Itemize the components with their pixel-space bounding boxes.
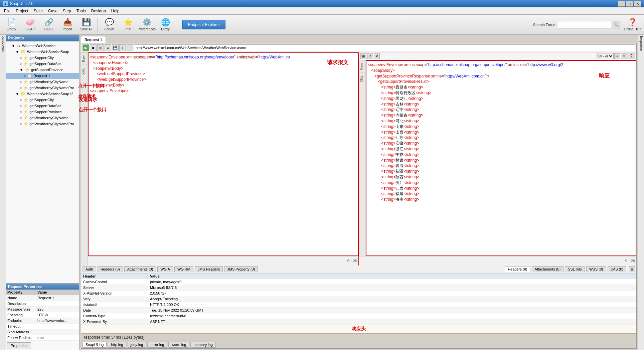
wsrm-log-tab[interactable]: wsrm log	[168, 342, 189, 348]
close-resp-btn[interactable]: ✕	[374, 53, 380, 59]
tree-folder-icon: 📁	[21, 49, 26, 54]
search-submit-button[interactable]: 🔍	[613, 21, 620, 28]
import-button[interactable]: 📥 Import	[59, 16, 76, 33]
send-request-button[interactable]: ▶	[83, 44, 89, 51]
tree-item-citynamepro[interactable]: ○ ⚡ getWeatherbyCityNamePro	[6, 85, 79, 91]
inspector-label[interactable]: Inspector	[639, 36, 643, 51]
tree-expand-icon: ▼	[15, 49, 19, 54]
jms-headers-tab[interactable]: JMS Headers	[195, 266, 223, 272]
resp-tab-btn[interactable]: ⊞	[629, 266, 635, 272]
soap-button[interactable]: 🧼 SOAP	[21, 16, 39, 33]
tree-item-request1[interactable]: ○ 📋 Request 1	[6, 73, 79, 79]
headers-table: Header Value Cache-Control private, max-…	[81, 273, 636, 333]
navigator-label[interactable]: Navigator	[1, 36, 5, 52]
prop-val-name[interactable]: Request 1	[36, 295, 79, 301]
jms-property-tab[interactable]: JMS Property (0)	[224, 266, 258, 272]
prop-val-bindaddr[interactable]	[36, 329, 79, 335]
window-controls[interactable]: ─ □ ✕	[618, 1, 641, 7]
attachments-tab[interactable]: Attachments (0)	[124, 266, 156, 272]
tree-item-soap1[interactable]: ▼ 📁 WeatherWebServiceSoap	[6, 49, 79, 55]
menu-step[interactable]: Step	[60, 7, 74, 14]
popup-resp-btn[interactable]: ↗	[367, 53, 373, 59]
add-resp-btn[interactable]: +	[614, 53, 620, 59]
resp-jms-tab[interactable]: JMS (0)	[608, 266, 627, 272]
prop-val-endpoint[interactable]: http://www.webx...	[36, 318, 79, 323]
raw-tab[interactable]: Raw	[81, 52, 88, 65]
memory-log-tab[interactable]: memory log	[190, 342, 215, 348]
options-button[interactable]: ≡	[105, 44, 111, 51]
forum-button[interactable]: 💬 Forum	[101, 16, 118, 33]
empty-button[interactable]: 📄 Empty	[3, 16, 20, 33]
jetty-log-tab[interactable]: jetty log	[128, 342, 146, 348]
add-button[interactable]: +	[119, 44, 126, 51]
menu-tools[interactable]: Tools	[74, 7, 89, 14]
error-log-tab[interactable]: error log	[147, 342, 167, 348]
http-log-tab[interactable]: http log	[108, 342, 126, 348]
menu-project[interactable]: Project	[13, 7, 31, 14]
tree-item-province[interactable]: ▼ ⚡ getSupportProvince	[6, 67, 79, 73]
endpoint-explorer-button[interactable]: Endpoint Explorer	[182, 20, 225, 29]
tree-item-cityname2[interactable]: ○ ⚡ getWeatherbyCityName	[6, 115, 79, 121]
request-tab[interactable]: Request 1	[81, 36, 106, 43]
prop-key-endpoint: Endpoint	[6, 318, 36, 323]
menu-file[interactable]: File	[1, 7, 13, 14]
resp-help-btn[interactable]: ?	[628, 53, 635, 59]
request-xml-editor[interactable]: <soapenv:Envelope xmlns:soapenv="http://…	[88, 52, 358, 256]
tree-func-icon: ⚡	[23, 98, 28, 102]
auth-tab[interactable]: Auth	[83, 266, 96, 272]
close-button[interactable]: ✕	[634, 1, 641, 7]
encoding-select[interactable]: UTF-8	[597, 53, 614, 59]
headers-tab[interactable]: Headers (0)	[98, 266, 123, 272]
prop-val-encoding[interactable]: UTF-8	[36, 312, 79, 318]
prop-val-followredir[interactable]: true	[36, 335, 79, 340]
prop-key-username: Username	[6, 341, 36, 341]
proxy-button[interactable]: 🌐 Proxy	[157, 16, 174, 33]
more-button[interactable]: ⋮	[127, 44, 133, 51]
tree-item-citynamepro2[interactable]: ○ ⚡ getWeatherbyCityNamePro	[6, 121, 79, 127]
menu-help[interactable]: Help	[109, 7, 122, 14]
search-input[interactable]	[558, 21, 611, 28]
resp-wss-tab[interactable]: WSS (0)	[586, 266, 606, 272]
soapui-log-tab[interactable]: SoapUI log	[83, 342, 107, 348]
tree-item-province2[interactable]: ○ ⚡ getSupportProvince	[6, 109, 79, 115]
xml-tab[interactable]: XML	[81, 65, 88, 77]
preferences-button[interactable]: ⚙️ Preferences	[138, 16, 155, 33]
resp-attachments-tab[interactable]: Attachments (0)	[532, 266, 564, 272]
menu-desktop[interactable]: Desktop	[89, 7, 109, 14]
prop-val-username[interactable]	[36, 341, 79, 341]
online-help-icon: ❓	[628, 18, 637, 27]
rest-button[interactable]: 🔗 REST	[40, 16, 57, 33]
forum-label: Forum	[105, 27, 114, 31]
prop-val-desc[interactable]	[36, 301, 79, 306]
raw-resp-tab[interactable]: Raw	[359, 60, 365, 72]
resp-headers-tab[interactable]: Headers (8)	[505, 266, 530, 272]
tree-item-dataset2[interactable]: ○ ⚡ getSupportDataSet	[6, 103, 79, 109]
wsrm-tab[interactable]: WS-RM	[174, 266, 193, 272]
tree-item-dataset[interactable]: ○ ⚡ getSupportDataSet	[6, 61, 79, 67]
prop-val-timeout[interactable]	[36, 324, 79, 329]
tree-item-city[interactable]: ○ ⚡ getSupportCity	[6, 55, 79, 61]
save-button[interactable]: 💾	[112, 44, 119, 51]
cancel-button[interactable]: ■	[90, 44, 97, 51]
minimize-button[interactable]: ─	[618, 1, 625, 7]
menu-case[interactable]: Case	[45, 7, 60, 14]
trial-button[interactable]: ⭐ Trial	[119, 16, 137, 33]
resp-ssl-tab[interactable]: SSL Info	[565, 266, 585, 272]
maximize-resp-btn[interactable]: ⊞	[360, 53, 366, 59]
online-help-button[interactable]: ❓ Online Help	[624, 18, 641, 31]
tree-item-cityname[interactable]: ○ ⚡ getWeatherbyCityName	[6, 79, 79, 85]
format-xml-button[interactable]: ⊞	[97, 44, 104, 51]
wsa-tab[interactable]: WS-A	[157, 266, 173, 272]
tree-item-city2[interactable]: ○ ⚡ getSupportCity	[6, 97, 79, 103]
save-all-button[interactable]: 💾 Save All	[77, 16, 95, 33]
prop-key-desc: Description	[6, 301, 36, 306]
tree-item-label: WeatherWebServiceSoap	[27, 50, 69, 54]
url-input[interactable]	[134, 44, 635, 51]
maximize-button[interactable]: □	[626, 1, 633, 7]
menu-suite[interactable]: Suite	[31, 7, 45, 14]
properties-button[interactable]: Properties	[7, 342, 31, 349]
tree-item-weather-ws[interactable]: ▼ 🗂 WeatherWebService	[6, 43, 79, 49]
tree-item-soap12[interactable]: ▼ 📁 WeatherWebServiceSoap12	[6, 91, 79, 97]
xml-resp-tab[interactable]: XML	[359, 72, 365, 85]
resp-options-btn[interactable]: ≡	[621, 53, 627, 59]
